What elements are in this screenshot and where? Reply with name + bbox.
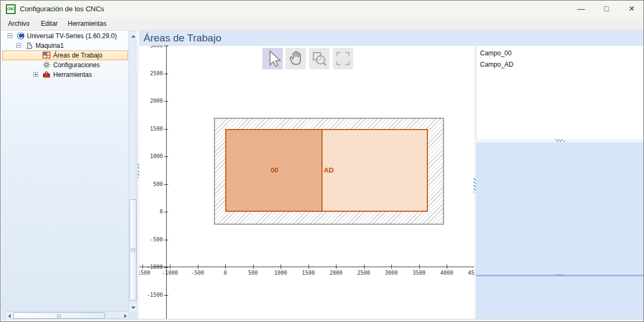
scroll-down-icon [131, 306, 135, 309]
x-axis-line [139, 267, 474, 267]
tree-item-areas-de-trabajo[interactable]: Áreas de Trabajo [1, 51, 128, 60]
x-axis-tick-label: 1500 [295, 270, 322, 276]
field-list-item[interactable]: Campo_00 [480, 48, 512, 59]
section-header: Áreas de Trabajo [139, 31, 643, 46]
tree-item-label: Configuraciones [53, 61, 100, 69]
x-axis-tick-label: 1000 [267, 270, 294, 276]
title-bar: CNC Configuración de los CNCs — □ ✕ [1, 1, 643, 18]
tree-item-universal[interactable]: Universal TV-Series (1.60.29.0) [1, 31, 128, 41]
y-axis-tick [164, 129, 168, 130]
x-axis-tick [170, 264, 170, 269]
zoom-icon [309, 48, 330, 69]
minimize-button[interactable]: — [572, 1, 590, 17]
y-axis-tick-label: -1500 [139, 292, 163, 298]
x-axis-tick [447, 264, 447, 269]
thumb-grip [57, 314, 61, 318]
x-axis-tick [198, 264, 198, 269]
y-axis-tick-label: 2500 [139, 70, 163, 76]
cursor-icon [262, 48, 283, 69]
menu-archivo[interactable]: Archivo [5, 18, 32, 30]
x-axis-tick [253, 264, 254, 269]
y-axis-tick [164, 46, 168, 46]
select-tool-button[interactable] [262, 48, 283, 69]
field-list-item[interactable]: Campo_AD [480, 59, 513, 70]
x-axis-tick-label: 4000 [433, 270, 460, 276]
x-axis-tick-label: 500 [240, 270, 267, 276]
y-axis-tick-label: 1500 [139, 126, 163, 132]
app-icon: CNC [6, 4, 16, 14]
x-axis-tick [336, 264, 337, 269]
fit-extents-tool-button[interactable] [333, 48, 353, 69]
scroll-right-icon [124, 314, 127, 318]
y-axis-tick [164, 101, 168, 102]
y-axis-tick-label: 2000 [139, 98, 163, 104]
y-axis-tick [164, 156, 168, 157]
tree-item-label: Maquina1 [35, 42, 64, 49]
expand-icon[interactable] [33, 72, 38, 77]
y-axis-tick [164, 267, 168, 268]
x-axis-tick-label: 3500 [406, 270, 433, 276]
universal-logo-icon [17, 32, 25, 40]
x-axis-tick [225, 264, 226, 269]
x-axis-tick [419, 264, 420, 269]
close-button[interactable]: ✕ [622, 1, 641, 17]
detail-panel-bottom [476, 276, 643, 319]
splitter-grip [555, 139, 565, 142]
x-axis-tick [391, 264, 392, 269]
x-axis-tick [364, 264, 364, 269]
x-axis-tick [309, 264, 309, 269]
x-axis-tick [281, 264, 281, 269]
y-axis-tick-label: -500 [139, 237, 163, 242]
plot-area[interactable]: 00AD -1500-1000-500050010001500200025003… [139, 46, 474, 319]
scroll-up-icon [131, 35, 135, 38]
menu-herramientas[interactable]: Herramientas [65, 18, 109, 30]
hand-icon [285, 48, 306, 69]
tree-item-configuraciones[interactable]: Configuraciones [1, 60, 128, 70]
pan-tool-button[interactable] [285, 48, 306, 69]
y-axis-tick [164, 74, 168, 74]
y-axis-tick-label: 1000 [139, 153, 163, 159]
gear-icon [42, 61, 51, 69]
scroll-left-button[interactable] [6, 312, 13, 319]
tree-horizontal-scrollbar[interactable] [5, 311, 128, 319]
scroll-down-button[interactable] [130, 304, 137, 311]
y-axis-tick-label: 3000 [139, 46, 163, 48]
collapse-icon[interactable] [16, 43, 21, 48]
x-axis-tick-label: -500 [184, 270, 211, 276]
y-axis-tick [164, 184, 168, 185]
tree-panel: Universal TV-Series (1.60.29.0) Maquina1 [1, 31, 138, 319]
scroll-right-button[interactable] [121, 312, 128, 319]
fields-list: Campo_00Campo_AD [476, 46, 643, 139]
thumb-grip [131, 248, 135, 252]
tree-item-maquina1[interactable]: Maquina1 [1, 41, 128, 51]
horizontal-scrollbar-thumb[interactable] [13, 312, 105, 319]
vertical-scrollbar-thumb[interactable] [130, 199, 137, 300]
collapse-icon[interactable] [8, 33, 12, 38]
x-axis-tick-label: 0 [212, 270, 239, 276]
scroll-up-button[interactable] [130, 32, 137, 40]
maximize-button[interactable]: □ [597, 1, 616, 17]
app-icon-text: CNC [7, 7, 15, 11]
tree-item-label: Herramientas [53, 71, 92, 78]
menu-bar: Archivo Editar Herramientas [1, 18, 643, 31]
machine-icon [25, 41, 33, 49]
x-axis-tick-label: -1500 [139, 270, 156, 276]
zoom-box-tool-button[interactable] [309, 48, 330, 69]
fit-brackets-icon [333, 48, 353, 69]
x-axis-tick-label: 2000 [323, 270, 349, 276]
scroll-left-icon [8, 314, 11, 318]
y-axis-tick-label: 500 [139, 181, 163, 187]
x-axis-tick-label: 4500 [461, 270, 475, 276]
x-axis-tick-label: 3000 [378, 270, 405, 276]
menu-editar[interactable]: Editar [38, 18, 60, 30]
tree-item-herramientas[interactable]: Herramientas [1, 70, 128, 80]
app-window: CNC Configuración de los CNCs — □ ✕ Arch… [0, 0, 644, 322]
y-axis-tick-label: -1000 [139, 264, 163, 270]
work-area-rect[interactable]: 00AD [225, 129, 428, 212]
tree-item-label: Universal TV-Series (1.60.29.0) [27, 32, 117, 40]
window-bottom-edge [1, 319, 644, 322]
detail-panel-top [476, 142, 643, 275]
work-area-label-ad: AD [324, 130, 334, 211]
tree-vertical-scrollbar[interactable] [128, 31, 137, 311]
y-axis-tick [164, 240, 168, 240]
